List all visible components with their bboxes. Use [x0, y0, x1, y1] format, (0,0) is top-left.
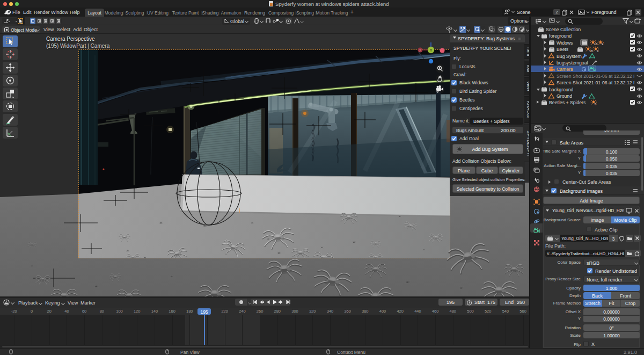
svg-text:X: X [419, 48, 422, 52]
svg-text:Y: Y [430, 48, 433, 52]
